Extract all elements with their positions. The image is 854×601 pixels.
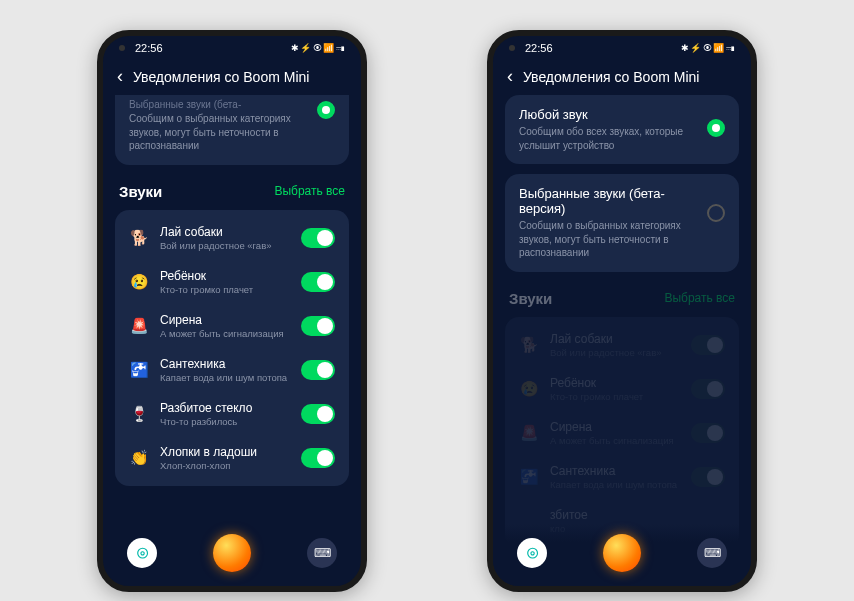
section-header: Звуки Выбрать все — [115, 175, 349, 210]
glass-icon: 🍷 — [129, 404, 149, 424]
option-card-selected-sounds[interactable]: Выбранные звуки (бета-версия) Сообщим о … — [505, 174, 739, 272]
camera-dot — [509, 45, 515, 51]
toggle-switch[interactable] — [301, 228, 335, 248]
radio-selected-icon[interactable] — [707, 119, 725, 137]
toggle-switch[interactable] — [301, 448, 335, 468]
select-all-link[interactable]: Выбрать все — [274, 184, 345, 198]
list-item: 😢 Ребёнок Кто-то громко плачет — [505, 367, 739, 411]
item-sub: Кто-то громко плачет — [160, 284, 290, 295]
bottom-bar: ⦾ ⌨ — [103, 524, 361, 586]
option-sub: Сообщим обо всех звуках, которые услышит… — [519, 125, 697, 152]
status-icons: ✱ ⚡ ⦿ 📶 ⎓▮ — [681, 43, 735, 53]
toggle-switch[interactable] — [301, 316, 335, 336]
item-sub: А может быть сигнализация — [550, 435, 680, 446]
item-title: Разбитое стекло — [160, 401, 290, 415]
back-icon[interactable]: ‹ — [117, 66, 123, 87]
toggle-switch — [691, 467, 725, 487]
item-title: Ребёнок — [550, 376, 680, 390]
list-item[interactable]: 🚰 Сантехника Капает вода или шум потопа — [115, 348, 349, 392]
assistant-orb-icon[interactable] — [213, 534, 251, 572]
toggle-switch[interactable] — [301, 360, 335, 380]
sounds-list: 🐕 Лай собаки Вой или радостное «гав» 😢 Р… — [505, 317, 739, 549]
list-item: 🚰 Сантехника Капает вода или шум потопа — [505, 455, 739, 499]
back-icon[interactable]: ‹ — [507, 66, 513, 87]
header: ‹ Уведомления со Boom Mini — [493, 58, 751, 95]
broadcast-icon[interactable]: ⦾ — [127, 538, 157, 568]
item-title: Сирена — [160, 313, 290, 327]
item-title: збитое — [550, 508, 725, 522]
list-item[interactable]: 🐕 Лай собаки Вой или радостное «гав» — [115, 216, 349, 260]
list-item: 🚨 Сирена А может быть сигнализация — [505, 411, 739, 455]
plumbing-icon: 🚰 — [129, 360, 149, 380]
item-sub: Хлоп-хлоп-хлоп — [160, 460, 290, 471]
phone-left: 22:56 ✱ ⚡ ⦿ 📶 ⎓▮ ‹ Уведомления со Boom M… — [97, 30, 367, 592]
content: Выбранные звуки (бета- Сообщим о выбранн… — [103, 95, 361, 524]
partial-title-hint: Выбранные звуки (бета- — [129, 99, 307, 110]
item-sub: А может быть сигнализация — [160, 328, 290, 339]
radio-selected-icon[interactable] — [317, 101, 335, 119]
option-title: Любой звук — [519, 107, 697, 122]
phone-right: 22:56 ✱ ⚡ ⦿ 📶 ⎓▮ ‹ Уведомления со Boom M… — [487, 30, 757, 592]
toggle-switch — [691, 379, 725, 399]
list-item[interactable]: 😢 Ребёнок Кто-то громко плачет — [115, 260, 349, 304]
option-title: Выбранные звуки (бета-версия) — [519, 186, 697, 216]
item-sub: Капает вода или шум потопа — [160, 372, 290, 383]
siren-icon: 🚨 — [519, 423, 539, 443]
item-title: Ребёнок — [160, 269, 290, 283]
dog-icon: 🐕 — [129, 228, 149, 248]
toggle-switch — [691, 335, 725, 355]
dimmed-section: Звуки Выбрать все 🐕 Лай собаки Вой или р… — [505, 282, 739, 549]
item-sub: Кто-то громко плачет — [550, 391, 680, 402]
option-sub: Сообщим о выбранных категориях звуков, м… — [129, 112, 307, 153]
list-item[interactable]: 🍷 Разбитое стекло Что-то разбилось — [115, 392, 349, 436]
assistant-orb-icon[interactable] — [603, 534, 641, 572]
status-time: 22:56 — [525, 42, 553, 54]
sounds-list: 🐕 Лай собаки Вой или радостное «гав» 😢 Р… — [115, 210, 349, 486]
status-bar: 22:56 ✱ ⚡ ⦿ 📶 ⎓▮ — [493, 36, 751, 58]
radio-unselected-icon[interactable] — [707, 204, 725, 222]
section-title: Звуки — [119, 183, 162, 200]
content: Любой звук Сообщим обо всех звуках, кото… — [493, 95, 751, 586]
baby-icon: 😢 — [519, 379, 539, 399]
baby-icon: 😢 — [129, 272, 149, 292]
item-title: Сантехника — [550, 464, 680, 478]
item-sub: Вой или радостное «гав» — [550, 347, 680, 358]
item-title: Лай собаки — [160, 225, 290, 239]
plumbing-icon: 🚰 — [519, 467, 539, 487]
status-icons: ✱ ⚡ ⦿ 📶 ⎓▮ — [291, 43, 345, 53]
keyboard-icon[interactable]: ⌨ — [307, 538, 337, 568]
list-item: 🐕 Лай собаки Вой или радостное «гав» — [505, 323, 739, 367]
toggle-switch[interactable] — [301, 272, 335, 292]
item-sub: Капает вода или шум потопа — [550, 479, 680, 490]
select-all-link: Выбрать все — [664, 291, 735, 305]
toggle-switch[interactable] — [301, 404, 335, 424]
item-title: Лай собаки — [550, 332, 680, 346]
section-header: Звуки Выбрать все — [505, 282, 739, 317]
item-sub: Вой или радостное «гав» — [160, 240, 290, 251]
item-sub: Что-то разбилось — [160, 416, 290, 427]
item-title: Хлопки в ладоши — [160, 445, 290, 459]
keyboard-icon[interactable]: ⌨ — [697, 538, 727, 568]
bottom-bar: ⦾ ⌨ — [493, 524, 751, 586]
page-title: Уведомления со Boom Mini — [523, 69, 699, 85]
list-item[interactable]: 👏 Хлопки в ладоши Хлоп-хлоп-хлоп — [115, 436, 349, 480]
item-title: Сирена — [550, 420, 680, 434]
status-bar: 22:56 ✱ ⚡ ⦿ 📶 ⎓▮ — [103, 36, 361, 58]
item-title: Сантехника — [160, 357, 290, 371]
header: ‹ Уведомления со Boom Mini — [103, 58, 361, 95]
option-card-selected-sounds[interactable]: Выбранные звуки (бета- Сообщим о выбранн… — [115, 95, 349, 165]
page-title: Уведомления со Boom Mini — [133, 69, 309, 85]
option-card-any-sound[interactable]: Любой звук Сообщим обо всех звуках, кото… — [505, 95, 739, 164]
siren-icon: 🚨 — [129, 316, 149, 336]
status-time: 22:56 — [135, 42, 163, 54]
camera-dot — [119, 45, 125, 51]
option-sub: Сообщим о выбранных категориях звуков, м… — [519, 219, 697, 260]
section-title: Звуки — [509, 290, 552, 307]
broadcast-icon[interactable]: ⦾ — [517, 538, 547, 568]
clap-icon: 👏 — [129, 448, 149, 468]
list-item[interactable]: 🚨 Сирена А может быть сигнализация — [115, 304, 349, 348]
toggle-switch — [691, 423, 725, 443]
dog-icon: 🐕 — [519, 335, 539, 355]
